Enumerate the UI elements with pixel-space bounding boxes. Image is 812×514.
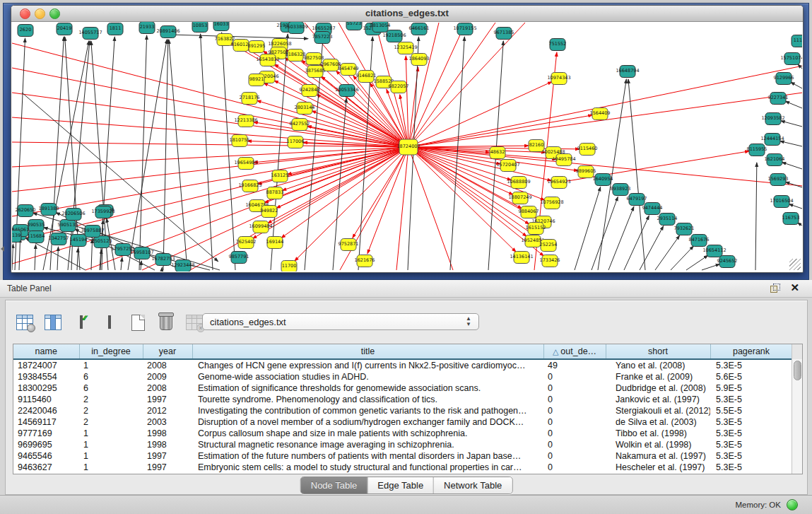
cell-name: 18724007 [13, 359, 79, 371]
black-edge [169, 40, 187, 270]
splitter-collapse-arrow[interactable] [1, 246, 4, 252]
table-row[interactable]: 977716911998Corpus callosum shape and si… [13, 428, 792, 439]
table-row[interactable]: 1830029562008Estimation of significance … [13, 382, 792, 394]
cell-pagerank: 5.3E-5 [710, 416, 792, 428]
black-edge [671, 246, 693, 270]
table-row[interactable]: 1872400712008Changes of HCN gene express… [13, 359, 792, 371]
graph-node-label: 14136141 [510, 254, 533, 259]
column-header-year[interactable]: year [143, 344, 192, 359]
graph-node-label: 7932621 [674, 226, 695, 231]
graph-node-label: 3875685 [305, 68, 326, 74]
graph-node-label: 12213386 [234, 117, 257, 123]
network-graph-canvas[interactable]: 2620204191405571718112193320891406108531… [12, 22, 802, 271]
graph-node-label: 9242848 [300, 87, 320, 93]
column-header-name[interactable]: name [13, 344, 79, 359]
graph-node-label: 10655287 [312, 25, 335, 31]
graph-node-label: 11700 [282, 263, 297, 269]
cell-year: 1997 [143, 450, 192, 462]
black-edge [791, 82, 802, 88]
graph-node-label: 2505123 [92, 238, 112, 244]
table-row[interactable]: 1456911722003Disruption of a novel membe… [13, 416, 792, 428]
table-row[interactable]: 1938455462009Genome-wide association stu… [13, 371, 792, 382]
cell-indeg: 1 [79, 359, 143, 371]
graph-node-label: 8813054 [370, 23, 391, 28]
graph-node-label: 5905135 [58, 222, 78, 228]
tab-edge-table[interactable]: Edge Table [367, 477, 434, 493]
graph-node-label: 7625402 [236, 239, 257, 245]
graph-node-label: 8938923 [611, 186, 631, 192]
table-row[interactable]: 946362711997Embryonic stem cells: a mode… [13, 462, 792, 473]
memory-status-led[interactable] [787, 499, 798, 510]
graph-node-label: 16958107 [130, 250, 153, 255]
float-panel-icon[interactable] [770, 284, 779, 293]
table-row[interactable]: 2242004622012Investigating the contribut… [13, 405, 792, 416]
graph-node-label: 9884067 [519, 209, 539, 214]
delete-table-icon[interactable]: x [185, 313, 204, 332]
combo-arrows-icon: ▲▼ [466, 316, 471, 327]
cell-short: Nakamura et al. (1997) [606, 450, 710, 462]
graph-node-label: 10654112 [702, 247, 726, 253]
black-edge [121, 257, 122, 270]
select-columns-icon[interactable] [44, 313, 62, 332]
cell-out: 0 [543, 371, 606, 382]
black-edge [592, 197, 618, 270]
graph-node-label: 12093582 [761, 115, 784, 121]
table-row[interactable]: 946554611997Estimation of the future num… [13, 450, 792, 462]
node-table-grid: namein_degreeyeartitle△out_de…shortpager… [13, 344, 793, 473]
table-selector-dropdown[interactable]: citations_edges.txt ▲▼ [202, 313, 479, 330]
red-edge [257, 100, 408, 147]
cell-title: Changes of HCN gene expression and I(f) … [192, 359, 543, 371]
table-row[interactable]: 911546021997Tourette syndrome. Phenomeno… [13, 394, 792, 405]
column-header-out_de[interactable]: △out_de… [543, 344, 606, 359]
cell-year: 1998 [143, 439, 192, 450]
red-edge [408, 147, 453, 270]
red-edge [408, 66, 802, 147]
graph-node-label: 1733426 [540, 257, 560, 263]
cell-title: Structural magnetic resonance image aver… [192, 439, 543, 450]
graph-node-label: 169144 [266, 239, 284, 245]
delete-column-icon[interactable] [157, 313, 175, 332]
graph-node-label: 18807249 [508, 194, 531, 200]
graph-node-label: 1810755 [230, 137, 250, 143]
graph-node-label: 6822057 [389, 83, 409, 89]
hide-selected-columns-icon[interactable] [100, 313, 119, 332]
graph-node-label: 20891406 [156, 28, 180, 34]
cell-name: 9465546 [13, 450, 79, 462]
column-header-pagerank[interactable]: pagerank [710, 344, 792, 359]
column-header-in_degree[interactable]: in_degree [79, 344, 143, 359]
table-selector-value: citations_edges.txt [210, 317, 286, 327]
black-edge [271, 34, 288, 270]
window-resize-grip[interactable] [789, 259, 801, 270]
cell-name: 18300295 [13, 382, 79, 394]
graph-node-label: 145194 [70, 237, 88, 243]
cell-year: 1997 [143, 394, 192, 405]
graph-node-label: 20053346 [335, 87, 358, 93]
cell-year: 2012 [143, 405, 192, 416]
cell-short: Yano et al. (2008) [606, 359, 710, 371]
tab-network-table[interactable]: Network Table [434, 477, 512, 493]
red-edge [12, 147, 408, 167]
graph-node-label: 2935114 [657, 216, 678, 221]
create-column-icon[interactable] [129, 313, 147, 332]
cell-name: 22420046 [13, 405, 79, 416]
graph-node-label: 10719155 [453, 25, 476, 31]
cell-out: 0 [543, 439, 606, 450]
table-type-tabs: Node TableEdge TableNetwork Table [300, 477, 513, 494]
black-edge [163, 40, 168, 270]
show-all-columns-icon[interactable] [72, 313, 90, 332]
column-header-title[interactable]: title [192, 344, 543, 359]
network-view-region: citations_edges.txt 26202041914055717181… [0, 0, 812, 280]
graph-node-label: 10756928 [540, 199, 563, 205]
table-row[interactable]: 969969511998Structural magnetic resonanc… [13, 439, 792, 450]
scrollbar-thumb[interactable] [794, 361, 801, 380]
table-settings-icon[interactable] [16, 313, 34, 332]
cell-out: 0 [543, 428, 606, 439]
graph-node-label: 8186328 [286, 52, 306, 57]
tab-node-table[interactable]: Node Table [301, 477, 368, 493]
graph-node-label: 1342757 [49, 235, 69, 241]
graph-node-label: 2803144 [295, 105, 315, 110]
column-header-short[interactable]: short [606, 344, 710, 359]
network-window-titlebar[interactable]: citations_edges.txt [11, 6, 803, 22]
table-vertical-scrollbar[interactable] [792, 359, 802, 474]
close-panel-icon[interactable]: ✕ [790, 281, 799, 294]
